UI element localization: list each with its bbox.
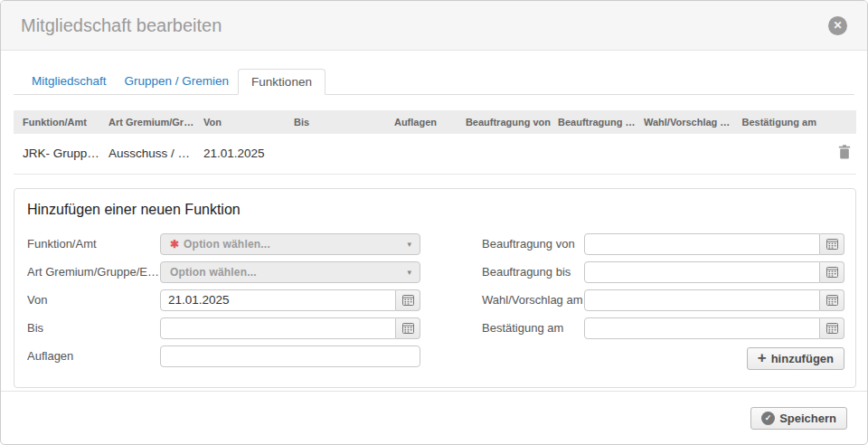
add-function-form: Funktion/Amt ✱ Option wählen... ▾ Art Gr… bbox=[27, 233, 843, 371]
col-header-auflagen: Auflagen bbox=[368, 110, 440, 134]
beauftragung-bis-date-input[interactable] bbox=[584, 261, 820, 283]
col-header-beauftragung-bis: Beauftragung bis bbox=[554, 110, 640, 134]
chevron-down-icon: ▾ bbox=[407, 268, 411, 277]
col-header-actions bbox=[820, 110, 856, 134]
field-beauftragung-von: Beauftragung von bbox=[482, 233, 844, 255]
field-bestaetigung-am: Bestätigung am bbox=[482, 317, 844, 339]
cell-von: 21.01.2025 bbox=[200, 134, 290, 174]
add-button-row: + hinzufügen bbox=[482, 347, 844, 371]
functions-table: Funktion/Amt Art Gremium/Gruppe… Von Bis… bbox=[14, 110, 856, 175]
calendar-icon bbox=[826, 294, 838, 306]
save-button[interactable]: ✓ Speichern bbox=[750, 407, 847, 430]
col-header-bis: Bis bbox=[290, 110, 368, 134]
field-bis: Bis bbox=[27, 317, 420, 339]
von-calendar-button[interactable] bbox=[396, 289, 420, 311]
beauftragung-von-date-input[interactable] bbox=[584, 233, 820, 255]
col-header-art-gremium: Art Gremium/Gruppe… bbox=[105, 110, 200, 134]
tab-mitgliedschaft[interactable]: Mitgliedschaft bbox=[23, 69, 116, 94]
cell-art-gremium: Ausschuss / Gre… bbox=[105, 134, 200, 174]
cell-funktion-amt: JRK- Gruppenleiter bbox=[14, 134, 105, 174]
bestaetigung-am-label: Bestätigung am bbox=[482, 321, 584, 335]
wahl-vorschlag-am-date-input[interactable] bbox=[584, 289, 820, 311]
calendar-icon bbox=[826, 238, 838, 250]
dialog-footer: ✓ Speichern bbox=[1, 391, 867, 444]
bis-calendar-button[interactable] bbox=[396, 317, 420, 339]
art-gremium-select[interactable]: Option wählen... ▾ bbox=[160, 261, 420, 283]
cell-bestaetigung-am bbox=[735, 134, 820, 174]
art-gremium-label: Art Gremium/Gruppe/Einric… bbox=[27, 265, 160, 279]
col-header-beauftragung-von: Beauftragung von bbox=[440, 110, 554, 134]
auflagen-label: Auflagen bbox=[27, 349, 160, 363]
col-header-wahl-vorschlag-am: Wahl/Vorschlag am bbox=[640, 110, 735, 134]
calendar-icon bbox=[402, 322, 414, 334]
bis-date-input[interactable] bbox=[160, 317, 396, 339]
bestaetigung-am-calendar-button[interactable] bbox=[820, 317, 844, 339]
table-header-row: Funktion/Amt Art Gremium/Gruppe… Von Bis… bbox=[14, 110, 856, 134]
wahl-vorschlag-am-label: Wahl/Vorschlag am bbox=[482, 293, 584, 307]
cell-beauftragung-bis bbox=[554, 134, 640, 174]
tab-gruppen-gremien[interactable]: Gruppen / Gremien bbox=[116, 69, 239, 94]
funktion-amt-label: Funktion/Amt bbox=[27, 237, 160, 251]
wahl-vorschlag-am-calendar-button[interactable] bbox=[820, 289, 844, 311]
field-auflagen: Auflagen bbox=[27, 346, 420, 367]
funktion-amt-select[interactable]: ✱ Option wählen... ▾ bbox=[160, 233, 420, 255]
col-header-bestaetigung-am: Bestätigung am bbox=[735, 110, 820, 134]
von-date-input[interactable] bbox=[160, 289, 396, 311]
calendar-icon bbox=[402, 294, 414, 306]
bis-label: Bis bbox=[27, 321, 160, 335]
table-row: JRK- Gruppenleiter Ausschuss / Gre… 21.0… bbox=[14, 134, 856, 174]
cell-bis bbox=[290, 134, 368, 174]
trash-icon bbox=[838, 145, 851, 159]
chevron-down-icon: ▾ bbox=[407, 240, 411, 249]
add-function-button[interactable]: + hinzufügen bbox=[747, 347, 844, 370]
beauftragung-von-label: Beauftragung von bbox=[482, 237, 584, 251]
field-beauftragung-bis: Beauftragung bis bbox=[482, 261, 844, 283]
cell-auflagen bbox=[368, 134, 440, 174]
field-wahl-vorschlag-am: Wahl/Vorschlag am bbox=[482, 289, 844, 311]
check-icon: ✓ bbox=[761, 412, 775, 425]
col-header-funktion-amt: Funktion/Amt bbox=[14, 110, 105, 134]
tab-bar: Mitgliedschaft Gruppen / Gremien Funktio… bbox=[14, 69, 854, 95]
cell-beauftragung-von bbox=[440, 134, 554, 174]
dialog-header: Mitgliedschaft bearbeiten ✕ bbox=[1, 1, 867, 51]
close-button[interactable]: ✕ bbox=[828, 16, 847, 35]
beauftragung-bis-calendar-button[interactable] bbox=[820, 261, 844, 283]
plus-icon: + bbox=[758, 350, 767, 365]
cell-wahl-vorschlag-am bbox=[640, 134, 735, 174]
close-icon: ✕ bbox=[833, 20, 842, 31]
add-function-section: Hinzufügen einer neuen Funktion Funktion… bbox=[14, 188, 856, 388]
calendar-icon bbox=[826, 266, 838, 278]
calendar-icon bbox=[826, 322, 838, 334]
required-marker: ✱ bbox=[170, 238, 179, 251]
beauftragung-von-calendar-button[interactable] bbox=[820, 233, 844, 255]
beauftragung-bis-label: Beauftragung bis bbox=[482, 265, 584, 279]
bestaetigung-am-date-input[interactable] bbox=[584, 317, 820, 339]
form-right-column: Beauftragung von bbox=[482, 233, 844, 371]
edit-membership-dialog: Mitgliedschaft bearbeiten ✕ Mitgliedscha… bbox=[0, 0, 868, 445]
col-header-von: Von bbox=[200, 110, 290, 134]
field-funktion-amt: Funktion/Amt ✱ Option wählen... ▾ bbox=[27, 233, 420, 255]
field-art-gremium: Art Gremium/Gruppe/Einric… Option wählen… bbox=[27, 261, 420, 283]
tab-funktionen[interactable]: Funktionen bbox=[238, 69, 326, 95]
auflagen-input[interactable] bbox=[160, 346, 420, 367]
add-section-heading: Hinzufügen einer neuen Funktion bbox=[27, 202, 843, 218]
dialog-body: Mitgliedschaft Gruppen / Gremien Funktio… bbox=[1, 51, 867, 391]
von-label: Von bbox=[27, 293, 160, 307]
dialog-title: Mitgliedschaft bearbeiten bbox=[21, 15, 828, 36]
delete-row-button[interactable] bbox=[836, 143, 853, 164]
form-left-column: Funktion/Amt ✱ Option wählen... ▾ Art Gr… bbox=[27, 233, 420, 371]
field-von: Von bbox=[27, 289, 420, 311]
